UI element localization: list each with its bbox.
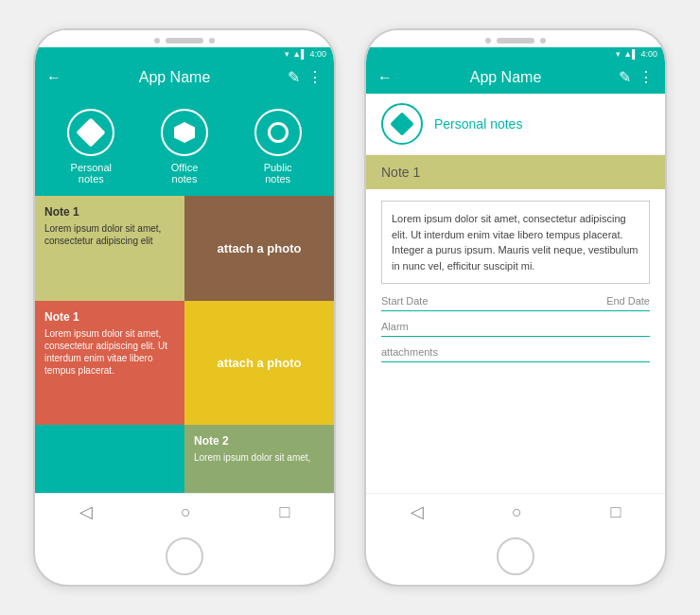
attach-photo-1[interactable]: attach a photo — [184, 196, 334, 301]
menu-button-left[interactable]: ⋮ — [307, 68, 323, 86]
speaker-bar-right — [497, 38, 534, 44]
attach-photo-2-label: attach a photo — [218, 356, 302, 370]
right-phone: ▾ ▲▌ 4:00 ← App Name ✎ ⋮ Personal notes … — [364, 28, 667, 587]
note1-title: Note 1 — [44, 205, 175, 219]
public-icon-circle — [254, 109, 302, 156]
signal-icon-right: ▲▌ — [623, 49, 638, 59]
back-nav-left[interactable]: ◁ — [79, 501, 93, 522]
phone-top-right — [366, 30, 665, 47]
note-card-1[interactable]: Note 1 Lorem ipsum dolor sit amet, conse… — [35, 196, 184, 301]
home-button-right[interactable] — [497, 537, 534, 575]
note-card-3[interactable]: Note 2 Lorem ipsum dolor sit amet, — [184, 425, 334, 493]
speaker-bar — [166, 38, 203, 44]
app-bar-right: ← App Name ✎ ⋮ — [366, 61, 665, 94]
bottom-nav-left: ◁ ○ □ — [35, 493, 334, 530]
personal-icon-circle — [67, 109, 114, 156]
attachments-label: attachments — [381, 346, 438, 358]
left-phone-content: Personalnotes Officenotes Publicnotes No… — [35, 94, 334, 493]
status-bar-left: ▾ ▲▌ 4:00 — [35, 47, 334, 61]
dot3 — [485, 38, 491, 44]
back-button-right[interactable]: ← — [377, 69, 393, 86]
right-phone-content: Personal notes Note 1 Lorem ipsum dolor … — [366, 94, 665, 493]
attach-photo-1-label: attach a photo — [218, 241, 302, 255]
note3-title: Note 2 — [194, 434, 324, 448]
note-header-right: Note 1 — [366, 155, 665, 189]
app-title-right: App Name — [400, 69, 611, 86]
phone-top-left — [35, 30, 334, 47]
wifi-icon: ▾ — [285, 49, 289, 59]
start-date-label: Start Date — [381, 295, 429, 307]
app-bar-left: ← App Name ✎ ⋮ — [35, 61, 334, 94]
categories: Personalnotes Officenotes Publicnotes — [35, 94, 334, 196]
edit-button-right[interactable]: ✎ — [619, 68, 631, 86]
end-date-label: End Date — [606, 295, 650, 307]
signal-icon: ▲▌ — [292, 49, 306, 59]
status-icons-left: ▾ ▲▌ 4:00 — [285, 49, 326, 59]
recent-nav-right[interactable]: □ — [610, 502, 621, 522]
back-nav-right[interactable]: ◁ — [411, 501, 424, 522]
date-field[interactable]: Start Date End Date — [381, 295, 650, 311]
home-button-left[interactable] — [166, 537, 203, 575]
office-label: Officenotes — [171, 162, 199, 184]
dot2 — [209, 38, 215, 44]
notes-grid: Note 1 Lorem ipsum dolor sit amet, conse… — [35, 196, 334, 493]
menu-button-right[interactable]: ⋮ — [639, 68, 654, 86]
diamond-icon-right — [390, 112, 413, 135]
dot4 — [540, 38, 546, 44]
phone-bottom-left — [35, 530, 334, 585]
category-header-right: Personal notes — [366, 94, 665, 155]
time-left: 4:00 — [309, 49, 326, 59]
category-label-right: Personal notes — [434, 116, 522, 132]
phone-bottom-right — [366, 530, 665, 585]
wifi-icon-right: ▾ — [616, 49, 621, 59]
category-personal[interactable]: Personalnotes — [67, 109, 114, 184]
home-nav-left[interactable]: ○ — [181, 502, 191, 522]
recent-nav-left[interactable]: □ — [279, 502, 289, 522]
time-right: 4:00 — [640, 49, 657, 59]
category-public[interactable]: Publicnotes — [254, 109, 302, 184]
note-card-2[interactable]: Note 1 Lorem ipsum dolor sit amet, conse… — [35, 301, 184, 425]
category-office[interactable]: Officenotes — [161, 109, 208, 184]
alarm-field[interactable]: Alarm — [381, 321, 650, 337]
status-icons-right: ▾ ▲▌ 4:00 — [616, 49, 657, 59]
attachments-field[interactable]: attachments — [381, 346, 650, 362]
edit-button-left[interactable]: ✎ — [288, 68, 300, 86]
diamond-icon — [77, 117, 106, 147]
office-icon-circle — [161, 109, 208, 156]
note-body-text: Lorem ipsum dolor sit amet, consectetur … — [381, 201, 650, 284]
app-title-left: App Name — [69, 69, 280, 86]
hexagon-icon — [174, 122, 195, 143]
attach-photo-2[interactable]: attach a photo — [184, 301, 334, 425]
home-nav-right[interactable]: ○ — [512, 502, 522, 522]
detail-body-right: Lorem ipsum dolor sit amet, consectetur … — [366, 189, 665, 493]
bottom-nav-right: ◁ ○ □ — [366, 493, 665, 530]
back-button-left[interactable]: ← — [46, 69, 61, 86]
note3-text: Lorem ipsum dolor sit amet, — [194, 451, 324, 464]
public-label: Publicnotes — [264, 162, 292, 184]
note2-title: Note 1 — [44, 310, 175, 324]
note2-text: Lorem ipsum dolor sit amet, consectetur … — [44, 327, 175, 377]
dot1 — [154, 38, 160, 44]
personal-label: Personalnotes — [71, 162, 112, 184]
circle-icon — [268, 122, 289, 143]
status-bar-right: ▾ ▲▌ 4:00 — [366, 47, 665, 61]
alarm-label: Alarm — [381, 321, 409, 332]
category-icon-right — [381, 103, 423, 145]
left-phone: ▾ ▲▌ 4:00 ← App Name ✎ ⋮ Personalnotes O… — [33, 28, 336, 587]
note1-text: Lorem ipsum dolor sit amet, consectetur … — [44, 222, 175, 247]
